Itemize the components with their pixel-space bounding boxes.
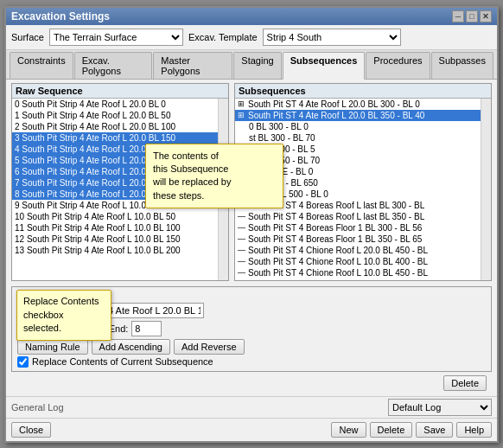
tooltip-line1: The contents of [153, 150, 219, 161]
bottom-bar: Close New Delete Save Help [6, 418, 497, 441]
list-item[interactable]: 0 South Pit Strip 4 Ate Roof L 20.0 BL 0 [12, 99, 218, 110]
expander-icon[interactable]: ⊞ [238, 99, 248, 108]
tooltip-line2: this Subsequence [153, 163, 228, 174]
delete-row: Delete [11, 375, 492, 393]
tree-item[interactable]: — South Pit ST 4 Chione Roof L 10.0 BL 4… [235, 256, 481, 267]
tree-item-label: South Pit ST 4 Boreas Floor 1 BL 300 - B… [248, 223, 422, 233]
end-input[interactable] [131, 321, 162, 336]
surface-label: Surface [11, 32, 44, 42]
expander-icon[interactable]: ⊞ [238, 111, 248, 119]
tooltip-box: The contents of this Subsequence will be… [145, 144, 283, 209]
left-tooltip: Replace Contents checkbox selected. [16, 290, 111, 340]
tree-item[interactable]: ⊞ South Pit ST 4 Ate Roof L 20.0 BL 300 … [235, 99, 481, 110]
tree-item[interactable]: — South Pit ST 4 Boreas Floor 1 BL 350 -… [235, 234, 481, 245]
close-button[interactable]: ✕ [480, 10, 492, 22]
tree-item[interactable]: — South Pit ST 4 Chione Roof L 10.0 BL 4… [235, 267, 481, 278]
tree-item[interactable]: — South Pit ST 4 Chione Roof L 20.0 BL 4… [235, 245, 481, 256]
main-tooltip: The contents of this Subsequence will be… [145, 144, 283, 209]
window-title: Excavation Settings [11, 10, 110, 22]
tree-item-label: 0 BL 300 - BL 0 [249, 122, 309, 131]
new-button[interactable]: New [331, 422, 366, 438]
tree-item[interactable]: — South Pit ST 4 Boreas Floor 1 BL 300 -… [235, 222, 481, 234]
list-item[interactable]: 12 South Pit Strip 4 Ate Roof L 10.0 BL … [12, 234, 218, 245]
tree-item[interactable]: st BL 300 - BL 70 [235, 132, 481, 144]
expander-icon[interactable]: — [238, 223, 248, 232]
maximize-button[interactable]: □ [466, 10, 478, 22]
template-select[interactable]: Strip 4 South [263, 29, 401, 46]
bottom-bar-left: Close [11, 422, 51, 438]
tree-item-label: South Pit ST 4 Chione Roof L last BL 400… [248, 279, 424, 280]
replace-row: Replace Contents of Current Subsequence [17, 356, 486, 368]
log-label: General Log [11, 402, 383, 413]
main-window: Excavation Settings ─ □ ✕ Surface The Te… [4, 6, 499, 443]
close-button[interactable]: Close [11, 422, 51, 438]
tree-item-label: South Pit ST 4 Chione Roof L 20.0 BL 450… [248, 246, 428, 255]
title-bar: Excavation Settings ─ □ ✕ [6, 8, 497, 25]
tree-item[interactable]: 0 BL 300 - BL 0 [235, 121, 481, 132]
tab-subpasses[interactable]: Subpasses [431, 52, 493, 79]
tab-master-polygons[interactable]: Master Polygons [153, 52, 232, 79]
add-reverse-button[interactable]: Add Reverse [174, 339, 245, 355]
list-item[interactable]: 2 South Pit Strip 4 Ate Roof L 20.0 BL 1… [12, 121, 218, 132]
status-bar: General Log Default Log [6, 396, 497, 418]
left-tooltip-line2: checkbox [23, 310, 63, 320]
toolbar: Surface The Terrain Surface Excav. Templ… [6, 25, 497, 50]
subsequences-header: Subsequences [235, 84, 491, 99]
list-item[interactable]: 13 South Pit Strip 4 Ate Roof L 10.0 BL … [12, 245, 218, 256]
expander-icon[interactable]: — [238, 212, 248, 221]
add-ascending-button[interactable]: Add Ascending [92, 339, 170, 355]
tree-item[interactable]: ⊞ South Pit ST 4 Ate Roof L 20.0 BL 350 … [235, 110, 481, 121]
naming-rule-button[interactable]: Naming Rule [17, 339, 88, 355]
log-select[interactable]: Default Log [388, 399, 492, 416]
tree-item[interactable]: — South Pit ST 4 Chione Roof L last BL 4… [235, 278, 481, 280]
right-scrollbar[interactable] [481, 99, 491, 280]
tree-item[interactable]: — South Pit ST 4 Boreas Roof L last BL 3… [235, 211, 481, 222]
new-subseq-wrapper: New Subsequence Name: Range: Start End: … [11, 285, 492, 372]
save-button[interactable]: Save [416, 422, 453, 438]
tree-item-label: South Pit ST 4 Ate Roof L 20.0 BL 300 - … [248, 99, 420, 109]
main-content: Raw Sequence 0 South Pit Strip 4 Ate Roo… [6, 80, 497, 396]
expander-icon[interactable]: — [238, 246, 248, 254]
tree-item-label: st BL 300 - BL 70 [249, 133, 315, 143]
end-label: End: [109, 323, 129, 334]
tooltip-line3: will be replaced by [153, 176, 232, 187]
list-item[interactable]: 10 South Pit Strip 4 Ate Roof L 10.0 BL … [12, 211, 218, 222]
tree-item-label: South Pit ST 4 Chione Roof L 10.0 BL 450… [248, 268, 428, 278]
tree-item-label: South Pit ST 4 Boreas Floor 1 BL 350 - B… [248, 234, 422, 244]
list-item[interactable]: 3 South Pit Strip 4 Ate Roof L 20.0 BL 1… [12, 132, 218, 144]
tab-subsequences[interactable]: Subsequences [283, 52, 366, 80]
tab-staging[interactable]: Staging [233, 52, 281, 79]
tab-procedures[interactable]: Procedures [366, 52, 430, 79]
btn-row: Naming Rule Add Ascending Add Reverse [17, 339, 486, 355]
left-tooltip-line3: selected. [23, 323, 61, 333]
tab-excav-polygons[interactable]: Excav. Polygons [74, 52, 153, 79]
help-button[interactable]: Help [456, 422, 492, 438]
tree-item-label: South Pit ST 4 Chione Roof L 10.0 BL 400… [248, 257, 428, 266]
bottom-bar-right: New Delete Save Help [331, 422, 492, 438]
replace-checkbox[interactable] [17, 356, 29, 368]
expander-icon[interactable]: — [238, 234, 248, 243]
left-tooltip-box: Replace Contents checkbox selected. [16, 290, 111, 340]
left-tooltip-line1: Replace Contents [23, 296, 99, 306]
minimize-button[interactable]: ─ [452, 10, 464, 22]
delete-subseq-button[interactable]: Delete [443, 375, 487, 391]
tab-constraints[interactable]: Constraints [10, 52, 73, 79]
tree-item-label: South Pit ST 4 Ate Roof L 20.0 BL 350 - … [248, 111, 424, 120]
list-item[interactable]: 1 South Pit Strip 4 Ate Roof L 20.0 BL 5… [12, 110, 218, 121]
replace-label: Replace Contents of Current Subsequence [32, 356, 213, 367]
expander-icon[interactable]: — [238, 257, 248, 266]
surface-select[interactable]: The Terrain Surface [49, 29, 183, 46]
template-label: Excav. Template [188, 32, 258, 42]
expander-icon[interactable]: — [238, 268, 248, 277]
title-bar-buttons: ─ □ ✕ [452, 10, 492, 22]
list-item[interactable]: 11 South Pit Strip 4 Ate Roof L 10.0 BL … [12, 222, 218, 234]
tabs-bar: Constraints Excav. Polygons Master Polyg… [6, 50, 497, 80]
tree-item-label: South Pit ST 4 Boreas Roof L last BL 350… [248, 212, 424, 221]
raw-sequence-header: Raw Sequence [12, 84, 228, 99]
panels-wrapper: Raw Sequence 0 South Pit Strip 4 Ate Roo… [11, 83, 492, 281]
delete-button[interactable]: Delete [370, 422, 413, 438]
expander-icon[interactable]: — [238, 279, 248, 280]
tooltip-line4: these steps. [153, 190, 204, 201]
